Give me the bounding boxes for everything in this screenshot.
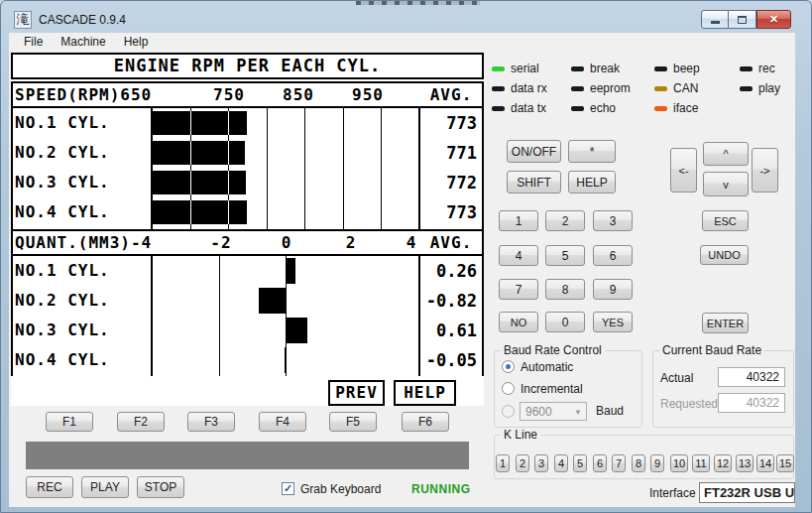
led-serial: serial <box>492 59 571 78</box>
k-line-2[interactable]: 2 <box>516 454 529 472</box>
break-led-icon <box>571 66 584 71</box>
play-button[interactable]: PLAY <box>81 476 129 498</box>
undo-button[interactable]: UNDO <box>700 245 749 265</box>
led-label: serial <box>511 62 539 75</box>
key-9[interactable]: 9 <box>593 279 633 300</box>
baud-radio-0[interactable] <box>502 360 515 373</box>
quant-bar-3 <box>285 347 287 373</box>
grab-keyboard-checkbox[interactable]: ✓ <box>282 482 294 495</box>
baud-option-automatic[interactable]: Automatic <box>521 360 573 374</box>
quant-bar-2 <box>287 318 307 343</box>
f1-button[interactable]: F1 <box>46 412 93 432</box>
serial-led-icon <box>492 66 505 71</box>
key-4[interactable]: 4 <box>499 245 538 266</box>
echo-led-icon <box>571 106 584 111</box>
interface-field[interactable]: FT232R USB UART <box>699 482 795 503</box>
key-1[interactable]: 1 <box>499 210 538 231</box>
baud-option-incremental[interactable]: Incremental <box>521 382 583 396</box>
f3-button[interactable]: F3 <box>187 412 235 432</box>
led-data-tx: data tx <box>492 98 571 118</box>
star-button[interactable]: * <box>568 140 616 163</box>
help-button[interactable]: HELP <box>568 171 616 193</box>
menubar: File Machine Help <box>9 33 795 51</box>
led-label: play <box>758 81 780 95</box>
menu-machine[interactable]: Machine <box>52 33 114 51</box>
k-line-1[interactable]: 1 <box>496 454 510 472</box>
baud-radio-1[interactable] <box>502 382 515 395</box>
led-label: eeprom <box>590 81 631 95</box>
k-line-8[interactable]: 8 <box>632 454 645 472</box>
quant-row-label: NO.1 CYL. <box>15 256 149 286</box>
arrow-left-button[interactable]: <- <box>670 148 697 192</box>
k-line-3[interactable]: 3 <box>534 454 548 472</box>
check-icon: ✓ <box>284 482 292 494</box>
key-3[interactable]: 3 <box>593 210 633 231</box>
actual-baud-field[interactable]: 40322 <box>718 367 785 387</box>
lcd-prev-key[interactable]: PREV <box>328 380 385 406</box>
led-label: CAN <box>673 81 698 95</box>
rpm-bar-chart: NO.1 CYL. NO.2 CYL. NO.3 CYL. NO.4 CYL. … <box>11 108 484 229</box>
quant-header-row: QUANT.(MM3)-4 -2 0 2 4 AVG. <box>11 229 484 256</box>
lcd-help-key[interactable]: HELP <box>394 380 456 406</box>
f2-button[interactable]: F2 <box>117 412 165 432</box>
k-line-12[interactable]: 12 <box>714 454 732 472</box>
minimize-button[interactable] <box>701 10 729 29</box>
arrow-right-button[interactable]: -> <box>752 148 778 192</box>
stop-button[interactable]: STOP <box>137 476 184 498</box>
key-8[interactable]: 8 <box>545 279 585 300</box>
menu-help[interactable]: Help <box>115 33 158 51</box>
k-line-6[interactable]: 6 <box>593 454 607 472</box>
arrow-down-button[interactable]: v <box>703 172 749 196</box>
k-line-14[interactable]: 14 <box>756 454 774 472</box>
quant-row-label: NO.3 CYL. <box>15 316 149 345</box>
quant-avg-value: 0.26 <box>417 256 477 286</box>
yes-button[interactable]: YES <box>593 312 633 332</box>
rpm-tick-850: 850 <box>279 83 318 106</box>
shift-button[interactable]: SHIFT <box>507 171 561 193</box>
rpm-bar-3 <box>153 200 247 224</box>
key-7[interactable]: 7 <box>499 279 538 300</box>
f6-button[interactable]: F6 <box>402 412 449 432</box>
close-button[interactable]: ✕ <box>756 10 791 29</box>
arrow-up-button[interactable]: ^ <box>703 142 749 166</box>
rpm-header-label: SPEED(RPM) <box>15 85 120 104</box>
rec-button[interactable]: REC <box>26 476 73 498</box>
f5-button[interactable]: F5 <box>329 412 377 432</box>
led-label: break <box>590 62 620 75</box>
led-rec: rec <box>740 59 789 78</box>
key-5[interactable]: 5 <box>545 245 585 266</box>
requested-baud-field[interactable]: 40322 <box>718 393 785 413</box>
maximize-button[interactable] <box>729 10 756 29</box>
quant-tick-neg2: -2 <box>201 231 241 254</box>
key-2[interactable]: 2 <box>545 210 585 231</box>
window-title: CASCADE 0.9.4 <box>39 13 126 27</box>
background-window-fragment <box>356 1 480 5</box>
k-line-9[interactable]: 9 <box>650 454 664 472</box>
k-line-15[interactable]: 15 <box>776 454 794 472</box>
k-line-5[interactable]: 5 <box>573 454 587 472</box>
k-line-4[interactable]: 4 <box>554 454 568 472</box>
lcd-display: ENGINE RPM PER EACH CYL. SPEED(RPM)650 7… <box>11 53 484 406</box>
k-line-7[interactable]: 7 <box>612 454 626 472</box>
k-line-11[interactable]: 11 <box>692 454 710 472</box>
led-label: rec <box>758 62 775 75</box>
key-6[interactable]: 6 <box>593 245 633 266</box>
k-line-13[interactable]: 13 <box>736 454 754 472</box>
k-line-title: K Line <box>501 428 540 442</box>
key-0[interactable]: 0 <box>545 312 585 332</box>
quant-avg-value: 0.61 <box>417 316 477 345</box>
k-line-10[interactable]: 10 <box>670 454 688 472</box>
rpm-tick-650: 650 <box>120 85 152 104</box>
enter-button[interactable]: ENTER <box>702 313 749 333</box>
esc-button[interactable]: ESC <box>702 210 749 231</box>
grab-keyboard-label[interactable]: Grab Keyboard <box>300 482 381 496</box>
no-button[interactable]: NO <box>499 312 538 332</box>
titlebar[interactable]: 滝 CASCADE 0.9.4 ✕ <box>9 6 803 33</box>
interface-label: Interface <box>649 486 696 500</box>
menu-file[interactable]: File <box>15 33 52 51</box>
led-can: CAN <box>654 78 740 98</box>
on-off-button[interactable]: ON/OFF <box>507 140 561 163</box>
baud-select[interactable]: 9600 ▼ <box>520 402 587 421</box>
f4-button[interactable]: F4 <box>259 412 306 432</box>
baud-radio-manual[interactable] <box>502 405 515 418</box>
